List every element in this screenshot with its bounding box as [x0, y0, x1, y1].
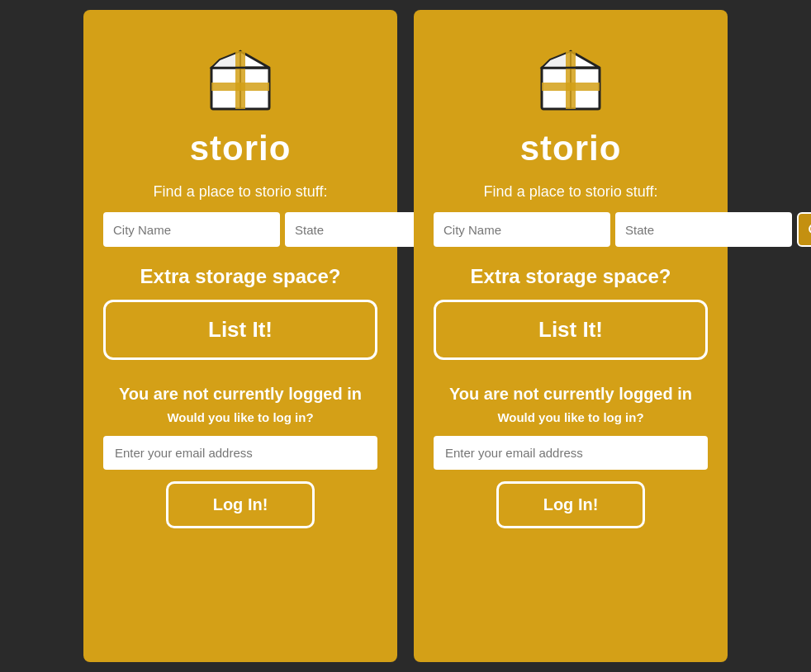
search-button-2[interactable] — [797, 212, 811, 247]
search-icon-2 — [806, 221, 811, 238]
find-tagline: Find a place to storio stuff: — [154, 183, 328, 201]
svg-marker-14 — [566, 51, 576, 68]
login-button[interactable]: Log In! — [166, 481, 315, 528]
not-logged-text-2: You are not currently logged in — [449, 385, 692, 404]
svg-rect-16 — [542, 83, 600, 91]
extra-storage-text: Extra storage space? — [140, 265, 341, 288]
logo-container — [199, 35, 282, 121]
would-you-text: Would you like to log in? — [167, 410, 313, 424]
search-row-2 — [434, 212, 708, 247]
city-input-2[interactable] — [434, 212, 610, 247]
would-you-text-2: Would you like to log in? — [497, 410, 643, 424]
app-panel-left: storio Find a place to storio stuff: Ext… — [83, 10, 397, 662]
app-title: storio — [190, 129, 292, 168]
search-row — [103, 212, 377, 247]
app-title-2: storio — [520, 129, 622, 168]
svg-rect-7 — [211, 83, 269, 91]
state-input-2[interactable] — [615, 212, 792, 247]
list-it-button[interactable]: List It! — [103, 300, 377, 360]
find-tagline-2: Find a place to storio stuff: — [484, 183, 658, 201]
email-input[interactable] — [103, 436, 377, 470]
box-icon — [199, 35, 282, 117]
extra-storage-text-2: Extra storage space? — [471, 265, 671, 288]
city-input[interactable] — [103, 212, 280, 247]
logo-container-2 — [529, 35, 612, 121]
box-icon-2 — [529, 35, 612, 117]
app-panel-right: storio Find a place to storio stuff: Ext… — [414, 10, 728, 662]
not-logged-text: You are not currently logged in — [119, 385, 362, 404]
list-it-button-2[interactable]: List It! — [434, 300, 708, 360]
email-input-2[interactable] — [434, 436, 708, 470]
login-button-2[interactable]: Log In! — [496, 481, 645, 528]
